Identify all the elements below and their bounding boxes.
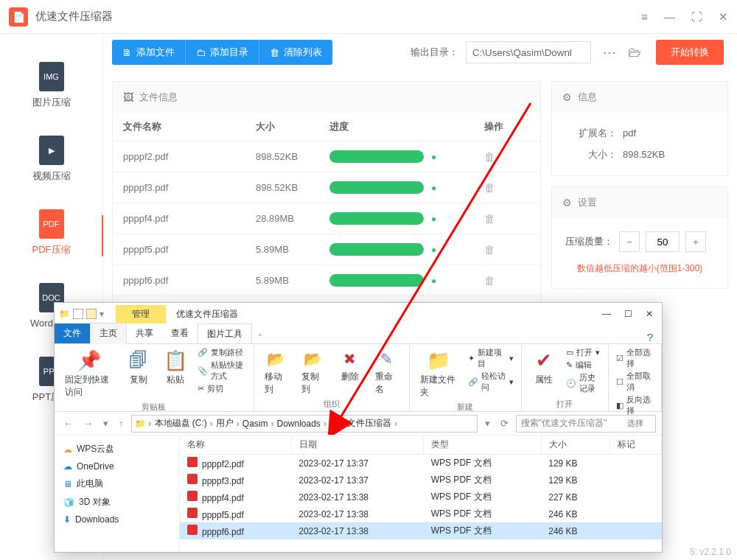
- check-icon: ●: [431, 214, 436, 224]
- delete-button[interactable]: ✖删除: [335, 347, 365, 385]
- new-folder-icon: 📁: [427, 349, 450, 372]
- address-dropdown-icon[interactable]: ▾: [482, 418, 493, 429]
- maximize-icon[interactable]: ⛶: [691, 10, 702, 24]
- edit-button[interactable]: ✎ 编辑: [566, 360, 601, 371]
- explorer-row[interactable]: ppppf6.pdf2023-02-17 13:38WPS PDF 文档246 …: [180, 522, 662, 539]
- move-to-button[interactable]: 📂移动到: [262, 347, 291, 397]
- nav-history-icon[interactable]: ▾: [100, 418, 111, 429]
- gear-icon: ⚙: [562, 197, 572, 209]
- chevron-down-icon[interactable]: ▾: [99, 309, 104, 319]
- new-folder-button[interactable]: 📁新建文件夹: [417, 347, 461, 400]
- sidebar-item-视频压缩[interactable]: ▶视频压缩: [0, 122, 102, 196]
- crumb[interactable]: 用户: [216, 417, 234, 430]
- tab-file[interactable]: 文件: [55, 323, 90, 343]
- select-all-button[interactable]: ☑ 全部选择: [616, 347, 654, 369]
- breadcrumb[interactable]: 📁›本地磁盘 (C:)›用户›Qasim›Downloads›优速文件压缩器›: [131, 415, 478, 433]
- copy-to-button[interactable]: 📂复制到: [298, 347, 328, 397]
- nav-item[interactable]: ☁OneDrive: [62, 458, 172, 475]
- nav-icon: ☁: [63, 444, 72, 455]
- explorer-row[interactable]: ppppf2.pdf2023-02-17 13:37WPS PDF 文档129 …: [180, 455, 662, 472]
- quality-minus-button[interactable]: −: [619, 231, 640, 252]
- nav-item[interactable]: ⬇Downloads: [62, 511, 172, 528]
- paste-button[interactable]: 📋粘贴: [161, 347, 190, 388]
- help-icon[interactable]: ?: [638, 331, 662, 343]
- crumb[interactable]: 优速文件压缩器: [329, 417, 391, 430]
- explorer-nav: ☁WPS云盘☁OneDrive🖥此电脑🧊3D 对象⬇Downloads: [55, 435, 180, 552]
- nav-back-icon[interactable]: ←: [60, 418, 76, 429]
- app-title: 优速文件压缩器: [35, 10, 113, 24]
- qat-checkbox[interactable]: [86, 309, 97, 319]
- nav-up-icon[interactable]: ↑: [116, 418, 127, 429]
- cut-button[interactable]: ✂ 剪切: [198, 383, 246, 394]
- quality-input[interactable]: [646, 231, 680, 252]
- sidebar-item-PDF压缩[interactable]: PDFPDF压缩: [0, 196, 102, 270]
- maximize-icon[interactable]: ☐: [624, 309, 632, 319]
- add-dir-button[interactable]: 🗀添加目录: [186, 40, 259, 65]
- delete-row-icon[interactable]: 🗑: [455, 274, 495, 287]
- browse-dots-button[interactable]: ⋯: [598, 44, 621, 60]
- tab-picture-tools[interactable]: 图片工具: [198, 323, 252, 344]
- delete-row-icon[interactable]: 🗑: [455, 243, 495, 256]
- col-size: 大小: [256, 120, 329, 133]
- crumb[interactable]: 本地磁盘 (C:): [155, 417, 207, 430]
- easy-access-button[interactable]: 🔗 轻松访问 ▾: [468, 371, 514, 393]
- tab-home[interactable]: 主页: [90, 323, 127, 344]
- col-prog: 进度: [329, 120, 455, 133]
- refresh-icon[interactable]: ⟳: [497, 418, 511, 429]
- file-row[interactable]: ppppf3.pdf 898.52KB ● 🗑: [113, 172, 540, 203]
- doc-icon: ▶: [39, 136, 64, 165]
- progress-bar: [329, 150, 424, 163]
- new-item-button[interactable]: ✦ 新建项目 ▾: [468, 347, 514, 369]
- close-icon[interactable]: ✕: [719, 10, 728, 24]
- delete-row-icon[interactable]: 🗑: [455, 181, 495, 194]
- file-row[interactable]: ppppf4.pdf 28.89MB ● 🗑: [113, 203, 540, 234]
- nav-item[interactable]: 🧊3D 对象: [62, 493, 172, 511]
- start-convert-button[interactable]: 开始转换: [656, 40, 724, 65]
- crumb[interactable]: Downloads: [277, 419, 321, 429]
- explorer-window[interactable]: 📁 ▾ 管理 优速文件压缩器 — ☐ ✕ 文件 主页 共享 查看 图片工具 ˄ …: [54, 302, 663, 553]
- explorer-row[interactable]: ppppf5.pdf2023-02-17 13:38WPS PDF 文档246 …: [180, 505, 662, 522]
- open-folder-icon[interactable]: 🗁: [628, 45, 641, 60]
- paste-shortcut-button[interactable]: 📎 粘贴快捷方式: [198, 360, 246, 382]
- explorer-row[interactable]: ppppf4.pdf2023-02-17 13:38WPS PDF 文档227 …: [180, 489, 662, 505]
- move-icon: 📂: [266, 349, 287, 369]
- rename-button[interactable]: ✎重命名: [372, 347, 402, 397]
- select-none-button[interactable]: ☐ 全部取消: [616, 371, 654, 393]
- pin-button[interactable]: 📌固定到快速访问: [62, 347, 116, 400]
- delete-row-icon[interactable]: 🗑: [455, 212, 495, 225]
- explorer-search-input[interactable]: 搜索"优速文件压缩器": [516, 415, 656, 433]
- delete-row-icon[interactable]: 🗑: [455, 150, 495, 163]
- history-button[interactable]: 🕘 历史记录: [566, 372, 601, 394]
- open-button[interactable]: ▭ 打开 ▾: [566, 347, 601, 358]
- sidebar-item-图片压缩[interactable]: IMG图片压缩: [0, 49, 102, 122]
- copy-path-button[interactable]: 🔗 复制路径: [198, 347, 246, 358]
- clear-list-button[interactable]: 🗑清除列表: [259, 40, 332, 65]
- progress-bar: [329, 274, 424, 287]
- nav-item[interactable]: ☁WPS云盘: [62, 440, 172, 458]
- properties-button[interactable]: ✔属性: [529, 347, 559, 388]
- minimize-icon[interactable]: —: [602, 309, 611, 319]
- menu-icon[interactable]: ≡: [641, 10, 648, 24]
- nav-item[interactable]: 🖥此电脑: [62, 475, 172, 493]
- tab-view[interactable]: 查看: [162, 323, 198, 343]
- output-dir-input[interactable]: [466, 41, 591, 63]
- invert-selection-button[interactable]: ◧ 反向选择: [616, 394, 654, 416]
- ribbon-collapse-icon[interactable]: ˄: [252, 333, 268, 343]
- explorer-row[interactable]: ppppf3.pdf2023-02-17 13:37WPS PDF 文档129 …: [180, 472, 662, 489]
- folder-icon: 📁: [135, 419, 146, 429]
- file-row[interactable]: ppppf5.pdf 5.89MB ● 🗑: [113, 234, 540, 265]
- file-row[interactable]: ppppf6.pdf 5.89MB ● 🗑: [113, 265, 540, 296]
- crumb[interactable]: Qasim: [242, 419, 268, 429]
- quality-plus-button[interactable]: +: [685, 231, 706, 252]
- nav-fwd-icon[interactable]: →: [80, 418, 96, 429]
- manage-tab[interactable]: 管理: [116, 305, 166, 323]
- settings-panel: ⚙设置 压缩质量： − + 数值越低压缩的越小(范围1-300): [551, 186, 728, 289]
- file-row[interactable]: ppppf2.pdf 898.52KB ● 🗑: [113, 141, 540, 172]
- minimize-icon[interactable]: —: [664, 10, 675, 24]
- qat-checkbox[interactable]: [73, 309, 83, 319]
- tab-share[interactable]: 共享: [127, 323, 162, 343]
- add-file-button[interactable]: 🗎添加文件: [112, 40, 186, 65]
- explorer-file-list[interactable]: 名称 日期 类型 大小 标记 ppppf2.pdf2023-02-17 13:3…: [180, 435, 662, 552]
- copy-button[interactable]: 🗐复制: [124, 347, 153, 388]
- close-icon[interactable]: ✕: [646, 309, 653, 319]
